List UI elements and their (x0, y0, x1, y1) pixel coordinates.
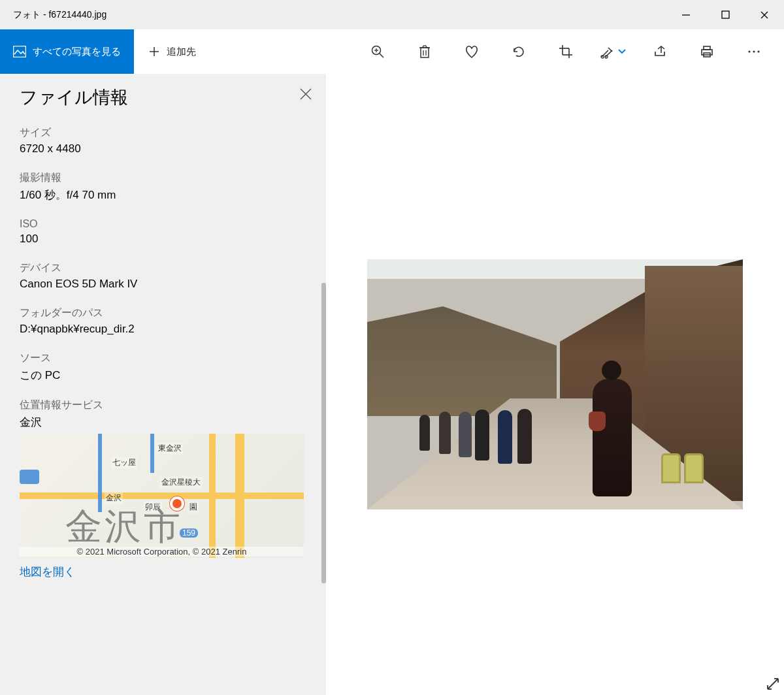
resize-grip-icon[interactable] (766, 677, 780, 691)
svg-line-38 (768, 679, 778, 689)
map-road (150, 434, 154, 473)
svg-point-32 (753, 50, 755, 52)
map-city-label: 金沢市 (65, 502, 183, 552)
crop-button[interactable] (542, 29, 589, 74)
content-area: ファイル情報 サイズ 6720 x 4480 撮影情報 1/60 秒。f/4 7… (0, 74, 784, 695)
folder-label: フォルダーのパス (20, 306, 326, 320)
location-value: 金沢 (20, 415, 326, 430)
map-label: 金沢星稜大 (160, 477, 202, 488)
svg-line-26 (608, 48, 612, 52)
info-location: 位置情報サービス 金沢 東金沢 七ッ屋 金沢星稜大 金沢 卯辰 園 159 金沢… (20, 398, 326, 579)
edit-icon (600, 44, 614, 59)
map-road (98, 434, 102, 512)
close-button[interactable] (745, 0, 784, 29)
iso-label: ISO (20, 218, 326, 230)
more-button[interactable] (730, 29, 777, 74)
minimize-button[interactable] (666, 0, 706, 29)
info-size: サイズ 6720 x 4480 (20, 126, 326, 155)
map-label: 東金沢 (157, 443, 183, 454)
location-map[interactable]: 東金沢 七ッ屋 金沢星稜大 金沢 卯辰 園 159 金沢市 © 2021 Mic… (20, 434, 304, 558)
scrollbar-thumb[interactable] (321, 283, 326, 583)
share-button[interactable] (636, 29, 683, 74)
collection-icon (13, 46, 26, 57)
svg-rect-29 (704, 46, 710, 50)
svg-point-33 (757, 50, 759, 52)
photo-viewer[interactable] (326, 74, 784, 695)
sidebar-scrollbar[interactable] (321, 74, 326, 695)
info-iso: ISO 100 (20, 218, 326, 246)
edit-menu-button[interactable] (589, 29, 636, 74)
window-title: フォト - f67214440.jpg (13, 9, 106, 21)
device-value: Canon EOS 5D Mark IV (20, 278, 326, 291)
chevron-down-icon (618, 49, 626, 54)
close-panel-button[interactable] (299, 87, 313, 101)
panel-title: ファイル情報 (20, 86, 326, 109)
info-folder: フォルダーのパス D:¥qnapbk¥recup_dir.2 (20, 306, 326, 336)
file-info-panel: ファイル情報 サイズ 6720 x 4480 撮影情報 1/60 秒。f/4 7… (0, 74, 326, 695)
toolbar-actions (214, 29, 784, 74)
info-source: ソース この PC (20, 351, 326, 383)
view-all-label: すべての写真を見る (33, 46, 121, 58)
folder-value: D:¥qnapbk¥recup_dir.2 (20, 323, 326, 336)
zoom-button[interactable] (354, 29, 401, 74)
titlebar: フォト - f67214440.jpg (0, 0, 784, 29)
add-to-button[interactable]: 追加先 (134, 29, 214, 74)
maximize-button[interactable] (706, 0, 745, 29)
rotate-button[interactable] (495, 29, 542, 74)
map-label: 園 (188, 502, 199, 513)
map-copyright: © 2021 Microsoft Corporation, © 2021 Zen… (20, 547, 304, 557)
view-all-photos-button[interactable]: すべての写真を見る (0, 29, 134, 74)
plus-icon (148, 46, 160, 57)
window-controls (666, 0, 784, 29)
source-value: この PC (20, 368, 326, 383)
shoot-label: 撮影情報 (20, 171, 326, 185)
open-map-link[interactable]: 地図を開く (20, 564, 75, 579)
info-device: デバイス Canon EOS 5D Mark IV (20, 261, 326, 291)
iso-value: 100 (20, 233, 326, 246)
shoot-value: 1/60 秒。f/4 70 mm (20, 187, 326, 202)
svg-line-8 (380, 54, 384, 57)
map-label: 七ッ屋 (111, 457, 137, 468)
size-label: サイズ (20, 126, 326, 140)
svg-point-31 (748, 50, 750, 52)
add-to-label: 追加先 (167, 46, 196, 58)
favorite-button[interactable] (448, 29, 495, 74)
map-road (20, 493, 304, 499)
location-label: 位置情報サービス (20, 398, 326, 412)
map-marker (20, 470, 39, 484)
svg-rect-1 (722, 11, 729, 18)
source-label: ソース (20, 351, 326, 365)
print-button[interactable] (683, 29, 730, 74)
svg-rect-11 (421, 48, 429, 57)
delete-button[interactable] (401, 29, 448, 74)
toolbar: すべての写真を見る 追加先 (0, 29, 784, 74)
photo-preview (367, 259, 743, 509)
info-shoot: 撮影情報 1/60 秒。f/4 70 mm (20, 171, 326, 202)
size-value: 6720 x 4480 (20, 142, 326, 155)
device-label: デバイス (20, 261, 326, 275)
